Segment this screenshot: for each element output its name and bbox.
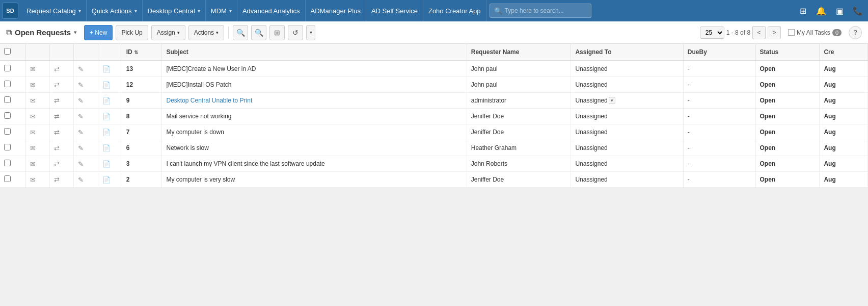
refresh-toolbar-icon[interactable]: ↺ <box>288 25 303 40</box>
row-email-icon[interactable]: ✉ <box>25 61 49 77</box>
row-merge-icon[interactable]: ⇄ <box>50 124 74 140</box>
nav-item-desktop-central[interactable]: Desktop Central ▾ <box>143 0 206 21</box>
next-page-button[interactable]: > <box>768 26 781 39</box>
row-checkbox-cell[interactable] <box>0 172 25 188</box>
header-select-all[interactable] <box>0 44 25 61</box>
row-checkbox-cell[interactable] <box>0 156 25 172</box>
phone-icon[interactable]: 📞 <box>850 3 866 19</box>
zoom-toolbar-icon[interactable]: 🔍 <box>251 25 266 40</box>
nav-item-advanced-analytics[interactable]: Advanced Analytics <box>237 0 306 21</box>
row-dueby: - <box>683 93 755 109</box>
row-cre: Aug <box>820 93 868 109</box>
row-subject[interactable]: Desktop Central Unable to Print <box>162 93 467 109</box>
row-merge-icon[interactable]: ⇄ <box>50 77 74 93</box>
nav-item-request-catalog[interactable]: Request Catalog ▾ <box>21 0 87 21</box>
row-checkbox[interactable] <box>4 65 11 71</box>
row-edit-icon[interactable]: ✎ <box>74 77 98 93</box>
row-edit-icon[interactable]: ✎ <box>74 109 98 124</box>
row-subject-link[interactable]: Desktop Central Unable to Print <box>166 97 252 104</box>
row-edit-icon[interactable]: ✎ <box>74 61 98 77</box>
row-assigned-to[interactable]: Unassigned ▾ <box>571 93 683 109</box>
row-checkbox-cell[interactable] <box>0 124 25 140</box>
row-edit-icon[interactable]: ✎ <box>74 172 98 188</box>
row-email-icon[interactable]: ✉ <box>25 93 49 109</box>
row-edit-icon[interactable]: ✎ <box>74 124 98 140</box>
row-doc-icon[interactable]: 📄 <box>98 109 122 124</box>
my-tasks-checkbox[interactable] <box>788 29 795 36</box>
row-doc-icon[interactable]: 📄 <box>98 140 122 156</box>
row-checkbox[interactable] <box>4 144 11 150</box>
row-merge-icon[interactable]: ⇄ <box>50 140 74 156</box>
bell-icon[interactable]: 🔔 <box>813 3 829 19</box>
row-doc-icon[interactable]: 📄 <box>98 172 122 188</box>
row-edit-icon[interactable]: ✎ <box>74 156 98 172</box>
row-email-icon[interactable]: ✉ <box>25 124 49 140</box>
row-email-icon[interactable]: ✉ <box>25 109 49 124</box>
row-doc-icon[interactable]: 📄 <box>98 156 122 172</box>
actions-button[interactable]: Actions ▾ <box>188 25 224 40</box>
prev-page-button[interactable]: < <box>752 26 766 39</box>
apps-icon[interactable]: ▣ <box>831 3 848 19</box>
row-assigned-to: Unassigned <box>571 109 683 124</box>
row-subject: My computer is very slow <box>162 172 467 188</box>
row-dueby: - <box>683 156 755 172</box>
page-title: Open Requests <box>15 28 71 37</box>
nav-item-quick-actions[interactable]: Quick Actions ▾ <box>87 0 143 21</box>
row-checkbox-cell[interactable] <box>0 93 25 109</box>
grid-toolbar-icon[interactable]: ⊞ <box>269 25 285 40</box>
header-icon4 <box>98 44 122 61</box>
nav-item-zoho-creator[interactable]: Zoho Creator App <box>423 0 486 21</box>
search-bar[interactable]: 🔍 <box>490 4 591 18</box>
row-merge-icon[interactable]: ⇄ <box>50 172 74 188</box>
row-merge-icon[interactable]: ⇄ <box>50 93 74 109</box>
row-email-icon[interactable]: ✉ <box>25 77 49 93</box>
assign-button[interactable]: Assign ▾ <box>151 25 185 40</box>
row-checkbox[interactable] <box>4 128 11 135</box>
nav-item-mdm[interactable]: MDM ▾ <box>206 0 237 21</box>
help-button[interactable]: ? <box>849 26 862 39</box>
row-merge-icon[interactable]: ⇄ <box>50 156 74 172</box>
row-doc-icon[interactable]: 📄 <box>98 124 122 140</box>
row-checkbox[interactable] <box>4 175 11 182</box>
header-id[interactable]: ID ⇅ <box>122 44 162 61</box>
page-size-select[interactable]: 25 <box>700 27 724 39</box>
search-input[interactable] <box>505 7 586 14</box>
search-toolbar-icon[interactable]: 🔍 <box>233 25 248 40</box>
select-all-checkbox[interactable] <box>4 48 11 55</box>
row-email-icon[interactable]: ✉ <box>25 156 49 172</box>
row-checkbox-cell[interactable] <box>0 140 25 156</box>
row-checkbox[interactable] <box>4 81 11 87</box>
row-checkbox-cell[interactable] <box>0 61 25 77</box>
row-edit-icon[interactable]: ✎ <box>74 93 98 109</box>
pickup-button[interactable]: Pick Up <box>116 25 148 40</box>
nav-item-admanager-plus[interactable]: ADManager Plus <box>306 0 366 21</box>
id-sort-icon[interactable]: ⇅ <box>134 49 138 55</box>
row-assigned-to: Unassigned <box>571 124 683 140</box>
row-checkbox[interactable] <box>4 96 11 103</box>
row-checkbox-cell[interactable] <box>0 77 25 93</box>
header-cre: Cre <box>820 44 868 61</box>
mdm-arrow: ▾ <box>229 8 232 14</box>
row-email-icon[interactable]: ✉ <box>25 140 49 156</box>
row-requester: Jeniffer Doe <box>467 172 571 188</box>
row-email-icon[interactable]: ✉ <box>25 172 49 188</box>
row-doc-icon[interactable]: 📄 <box>98 61 122 77</box>
row-checkbox[interactable] <box>4 160 11 166</box>
requests-table-container: ID ⇅ Subject Requester Name Assigned To … <box>0 44 868 188</box>
row-doc-icon[interactable]: 📄 <box>98 77 122 93</box>
refresh-arrow-icon[interactable]: ▾ <box>306 25 315 40</box>
row-status: Open <box>755 172 820 188</box>
nav-item-ad-self-service[interactable]: AD Self Service <box>366 0 423 21</box>
new-button[interactable]: + New <box>84 25 113 40</box>
page-title-dropdown-arrow[interactable]: ▾ <box>74 29 77 36</box>
row-doc-icon[interactable]: 📄 <box>98 93 122 109</box>
row-checkbox[interactable] <box>4 112 11 119</box>
assigned-dropdown[interactable]: Unassigned ▾ <box>575 97 679 104</box>
status-badge: Open <box>760 129 776 136</box>
grid-nav-icon[interactable]: ⊞ <box>795 3 811 19</box>
row-merge-icon[interactable]: ⇄ <box>50 109 74 124</box>
assigned-dropdown-arrow[interactable]: ▾ <box>609 97 615 104</box>
row-checkbox-cell[interactable] <box>0 109 25 124</box>
row-edit-icon[interactable]: ✎ <box>74 140 98 156</box>
row-merge-icon[interactable]: ⇄ <box>50 61 74 77</box>
